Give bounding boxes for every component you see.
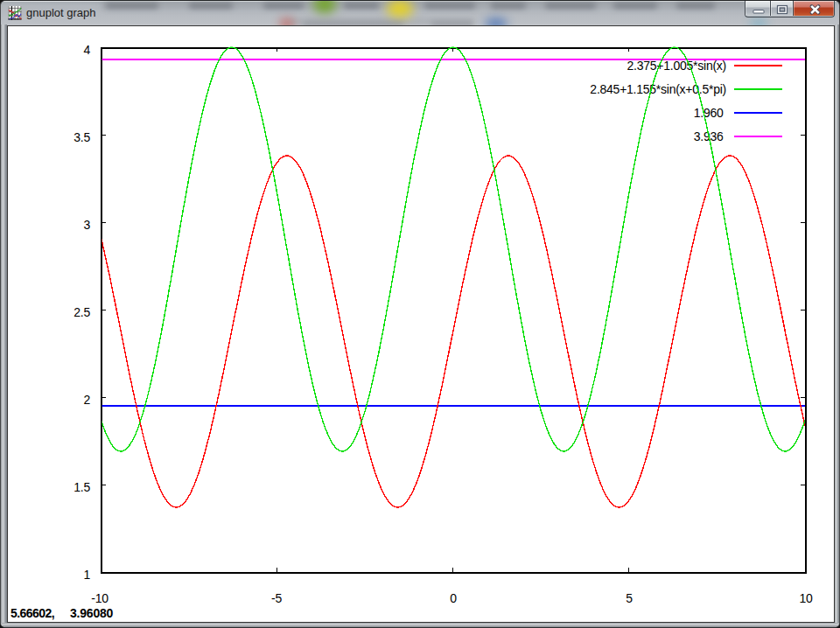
svg-text:3.96080: 3.96080 (70, 606, 114, 620)
svg-text:2.845+1.155*sin(x+0.5*pi): 2.845+1.155*sin(x+0.5*pi) (590, 82, 726, 96)
svg-text:0: 0 (450, 591, 457, 605)
svg-text:1.960: 1.960 (694, 106, 724, 120)
svg-text:2: 2 (83, 393, 90, 407)
svg-text:2.375+1.005*sin(x): 2.375+1.005*sin(x) (627, 59, 726, 73)
svg-text:-5: -5 (271, 591, 282, 605)
svg-text:5: 5 (626, 591, 633, 605)
svg-text:4: 4 (83, 43, 90, 57)
svg-text:10: 10 (799, 591, 813, 605)
svg-text:1: 1 (83, 568, 90, 582)
svg-text:5.66602,: 5.66602, (10, 606, 54, 620)
svg-text:3: 3 (83, 218, 90, 232)
svg-text:-10: -10 (91, 591, 108, 605)
svg-text:1.5: 1.5 (74, 480, 90, 494)
svg-text:3.5: 3.5 (74, 130, 90, 144)
svg-text:2.5: 2.5 (74, 305, 90, 319)
